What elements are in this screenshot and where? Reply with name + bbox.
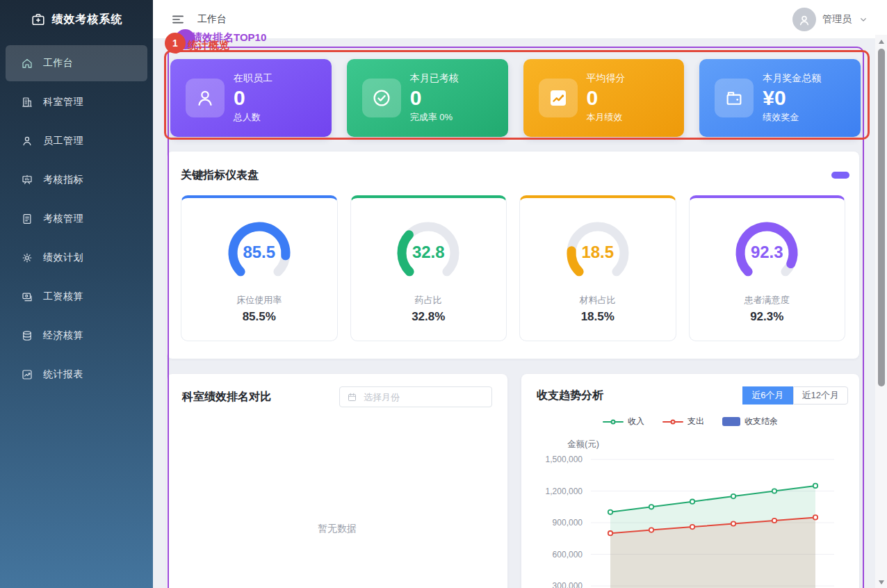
- svg-text:金额(元): 金额(元): [567, 439, 599, 449]
- check-circle-icon: [362, 79, 401, 117]
- app-logo: 绩效考核系统: [0, 0, 153, 39]
- scroll-thumb[interactable]: [878, 49, 885, 386]
- app-title: 绩效考核系统: [52, 13, 123, 27]
- stat-text: 本月已考核 0 完成率 0%: [410, 72, 459, 124]
- calendar-icon: [347, 392, 357, 402]
- sidebar-item[interactable]: 科室管理: [6, 84, 147, 120]
- stat-title: 本月已考核: [410, 72, 459, 85]
- legend-item[interactable]: 收入: [603, 416, 644, 427]
- legend-line-symbol: [662, 418, 683, 426]
- avatar: [792, 8, 816, 31]
- stat-title: 在职员工: [234, 72, 272, 85]
- department-icon: [21, 96, 33, 108]
- gauge: 18.5: [556, 213, 640, 283]
- legend-label: 收入: [628, 416, 644, 427]
- kpi-panel: 关键指标仪表盘 85.5 床位使用率 85.5% 32.8 药占比 32.8% …: [167, 152, 859, 359]
- user-menu[interactable]: 管理员: [792, 8, 869, 31]
- report-icon: [21, 368, 33, 381]
- trend-panel: 收支趋势分析 近6个月近12个月 收入 支出: [521, 374, 859, 588]
- gauge: 92.3: [725, 213, 808, 283]
- range-button[interactable]: 近6个月: [742, 386, 792, 405]
- gauge: 32.8: [386, 213, 470, 283]
- stat-subtitle: 本月绩效: [587, 111, 626, 124]
- trend-chart: 金额(元)1,500,0001,200,000900,000600,000300…: [521, 433, 859, 588]
- sidebar-item[interactable]: 员工管理: [6, 123, 147, 159]
- gauge: 85.5: [218, 213, 301, 283]
- gauge-row: 85.5 床位使用率 85.5% 32.8 药占比 32.8% 18.5 材料占…: [181, 195, 845, 341]
- gauge-percent: 18.5%: [581, 310, 615, 324]
- stat-card: 在职员工 0 总人数: [170, 59, 332, 137]
- sidebar-item-label: 工资核算: [43, 291, 83, 303]
- svg-text:1,500,000: 1,500,000: [546, 455, 583, 464]
- scrollbar[interactable]: [875, 35, 887, 588]
- stat-text: 在职员工 0 总人数: [234, 72, 272, 124]
- chevron-down-icon: [858, 14, 869, 25]
- gauge-card: 32.8 药占比 32.8%: [350, 195, 507, 341]
- sidebar-item-label: 工作台: [43, 57, 74, 70]
- trend-icon: [539, 79, 578, 117]
- svg-text:300,000: 300,000: [553, 581, 583, 588]
- stat-card: 本月已考核 0 完成率 0%: [347, 59, 508, 137]
- menu-collapse-icon[interactable]: [171, 13, 185, 26]
- assessment-icon: [21, 213, 33, 225]
- gauge-label: 床位使用率: [236, 294, 282, 307]
- gauge-card: 18.5 材料占比 18.5%: [519, 195, 676, 341]
- topbar: 工作台 管理员: [153, 0, 887, 39]
- gauge-label: 材料占比: [580, 294, 616, 307]
- stat-title: 平均得分: [587, 72, 626, 85]
- range-button[interactable]: 近12个月: [793, 386, 848, 405]
- breadcrumb: 工作台: [197, 13, 227, 26]
- plan-icon: [21, 252, 33, 264]
- svg-text:600,000: 600,000: [553, 550, 583, 560]
- kpi-section-title: 关键指标仪表盘: [181, 168, 845, 183]
- sidebar-item[interactable]: 经济核算: [6, 318, 147, 354]
- stat-value: 0: [410, 86, 459, 111]
- month-picker[interactable]: [339, 386, 492, 407]
- legend-bar-symbol: [722, 417, 740, 426]
- sidebar-item-label: 考核管理: [43, 213, 83, 225]
- stat-subtitle: 完成率 0%: [410, 111, 459, 124]
- wallet-icon: [715, 79, 754, 117]
- sidebar-item[interactable]: 考核指标: [6, 162, 147, 198]
- gauge-card: 92.3 患者满意度 92.3%: [689, 195, 846, 341]
- empty-state: 暂无数据: [167, 523, 507, 535]
- sidebar-item-label: 经济核算: [43, 329, 83, 342]
- gauge-percent: 32.8%: [412, 310, 445, 324]
- legend-line-symbol: [603, 418, 624, 426]
- sidebar-item[interactable]: 工作台: [6, 45, 147, 81]
- salary-icon: [21, 291, 33, 303]
- main-content: 在职员工 0 总人数 本月已考核 0 完成率 0% 平均得分 0: [153, 39, 887, 588]
- sidebar-item-label: 考核指标: [43, 174, 83, 186]
- stat-value: 0: [587, 86, 626, 111]
- trend-header: 收支趋势分析 近6个月近12个月: [521, 374, 859, 405]
- sidebar-item[interactable]: 绩效计划: [6, 240, 147, 276]
- indicator-icon: [21, 174, 33, 186]
- avatar-icon: [797, 13, 812, 28]
- sidebar-item[interactable]: 工资核算: [6, 279, 147, 315]
- sidebar-item[interactable]: 统计报表: [6, 357, 147, 393]
- stat-value: 0: [234, 86, 272, 111]
- month-input[interactable]: [362, 391, 485, 403]
- stat-subtitle: 绩效奖金: [763, 111, 821, 124]
- gauge-card: 85.5 床位使用率 85.5%: [181, 195, 338, 341]
- stat-text: 本月奖金总额 ¥0 绩效奖金: [763, 72, 821, 124]
- gauge-label: 患者满意度: [744, 294, 790, 307]
- stat-title: 本月奖金总额: [763, 72, 821, 85]
- range-toggle: 近6个月近12个月: [742, 386, 848, 405]
- stat-card: 平均得分 0 本月绩效: [523, 59, 685, 137]
- scroll-down-button[interactable]: [879, 580, 884, 585]
- sidebar-item-label: 绩效计划: [43, 252, 83, 264]
- legend-item[interactable]: 支出: [662, 416, 704, 427]
- ranking-panel: 科室绩效排名对比 暂无数据: [167, 374, 507, 588]
- legend-item[interactable]: 收支结余: [722, 416, 778, 427]
- home-icon: [21, 57, 33, 70]
- gauge-label: 药占比: [415, 294, 442, 307]
- gauge-percent: 85.5%: [243, 310, 276, 324]
- stat-value: ¥0: [763, 86, 821, 111]
- employee-icon: [21, 135, 33, 147]
- svg-text:1,200,000: 1,200,000: [546, 487, 583, 496]
- sidebar-menu: 工作台 科室管理 员工管理 考核指标 考核管理 绩效计划: [0, 39, 153, 393]
- scroll-up-button[interactable]: [879, 40, 884, 44]
- sidebar-item[interactable]: 考核管理: [6, 201, 147, 237]
- user-name: 管理员: [822, 13, 852, 26]
